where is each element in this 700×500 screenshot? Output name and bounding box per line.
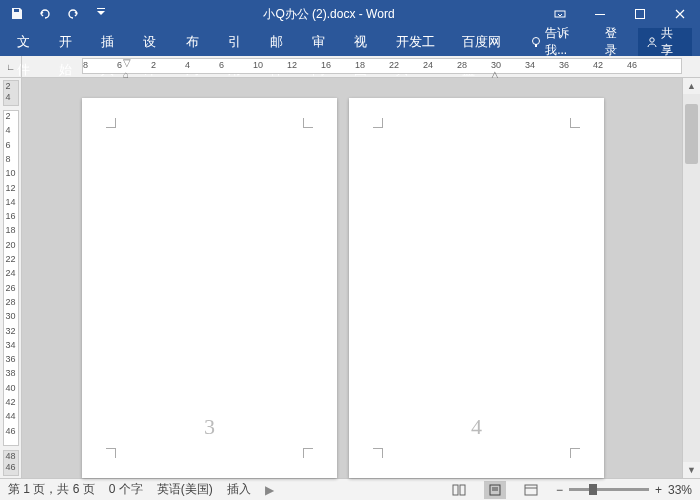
minimize-button[interactable] xyxy=(580,0,620,28)
scroll-thumb[interactable] xyxy=(685,104,698,164)
ribbon-tab-8[interactable]: 视图 xyxy=(345,28,387,56)
document-page[interactable]: 4 xyxy=(349,98,604,478)
zoom-in-button[interactable]: + xyxy=(655,483,662,497)
svg-rect-2 xyxy=(595,14,605,15)
qat-customize-button[interactable] xyxy=(88,2,114,26)
ribbon-tab-6[interactable]: 邮件 xyxy=(261,28,303,56)
close-button[interactable] xyxy=(660,0,700,28)
vruler-tick: 30 xyxy=(6,311,16,321)
hruler-tick: 34 xyxy=(525,60,535,70)
word-count-status[interactable]: 0 个字 xyxy=(109,481,143,498)
hruler-tick: 16 xyxy=(321,60,331,70)
vruler-tick: 32 xyxy=(6,326,16,336)
vruler-tick: 46 xyxy=(6,426,16,436)
tell-me-label: 告诉我... xyxy=(545,25,589,59)
ribbon-tab-5[interactable]: 引用 xyxy=(219,28,261,56)
window-title: 小Q办公 (2).docx - Word xyxy=(118,6,540,23)
vruler-tick: 22 xyxy=(6,254,16,264)
zoom-level[interactable]: 33% xyxy=(668,483,692,497)
share-label: 共享 xyxy=(661,25,684,59)
ribbon-tab-2[interactable]: 插入 xyxy=(92,28,134,56)
vruler-tick: 28 xyxy=(6,297,16,307)
vruler-tick: 48 xyxy=(6,451,16,461)
margin-corner-icon xyxy=(373,118,383,128)
document-canvas[interactable]: 34 xyxy=(22,78,682,478)
quick-access-toolbar xyxy=(0,2,118,26)
maximize-button[interactable] xyxy=(620,0,660,28)
scroll-down-button[interactable]: ▼ xyxy=(683,462,700,478)
hruler-tick: 36 xyxy=(559,60,569,70)
ribbon-tab-10[interactable]: 百度网盘 xyxy=(453,28,519,56)
tell-me-search[interactable]: 告诉我... xyxy=(524,25,595,59)
page-number: 3 xyxy=(82,414,337,440)
ruler-corner[interactable]: ∟ xyxy=(0,56,22,78)
ribbon-tabs: 文件开始插入设计布局引用邮件审阅视图开发工具百度网盘 告诉我... 登录 共享 xyxy=(0,28,700,56)
ribbon-tab-7[interactable]: 审阅 xyxy=(303,28,345,56)
indent-marker-top-icon[interactable]: ▽ xyxy=(123,57,131,68)
vruler-tick: 24 xyxy=(6,268,16,278)
zoom-slider-knob[interactable] xyxy=(589,484,597,495)
svg-rect-8 xyxy=(460,485,465,495)
ribbon-tab-9[interactable]: 开发工具 xyxy=(387,28,453,56)
title-bar: 小Q办公 (2).docx - Word xyxy=(0,0,700,28)
sign-in-button[interactable]: 登录 xyxy=(597,25,636,59)
page-count-status[interactable]: 第 1 页，共 6 页 xyxy=(8,481,95,498)
hruler-tick: 2 xyxy=(151,60,156,70)
svg-rect-3 xyxy=(636,10,645,19)
hruler-tick: 24 xyxy=(423,60,433,70)
vruler-tick: 2 xyxy=(6,111,11,121)
zoom-slider[interactable] xyxy=(569,488,649,491)
vruler-tick: 10 xyxy=(6,168,16,178)
macro-status-icon[interactable]: ▶ xyxy=(265,483,274,497)
document-page[interactable]: 3 xyxy=(82,98,337,478)
vruler-tick: 18 xyxy=(6,225,16,235)
vertical-ruler[interactable]: 2468101214161820222426283032343638404244… xyxy=(3,110,19,446)
share-button[interactable]: 共享 xyxy=(638,28,692,56)
language-status[interactable]: 英语(美国) xyxy=(157,481,213,498)
vertical-scrollbar[interactable]: ▲ ▼ xyxy=(682,78,700,478)
scroll-track[interactable] xyxy=(683,94,700,462)
hruler-tick: 46 xyxy=(627,60,637,70)
vertical-ruler-margin-top[interactable]: 24 xyxy=(3,80,19,106)
margin-corner-icon xyxy=(106,118,116,128)
zoom-controls: − + 33% xyxy=(556,483,692,497)
vruler-tick: 42 xyxy=(6,397,16,407)
horizontal-ruler[interactable]: 86246101216182224283034364246 ▽ ⌂ △ xyxy=(82,58,682,74)
undo-button[interactable] xyxy=(32,2,58,26)
vertical-ruler-margin-bottom[interactable]: 4846 xyxy=(3,450,19,476)
margin-corner-icon xyxy=(570,118,580,128)
share-icon xyxy=(646,36,657,48)
scroll-up-button[interactable]: ▲ xyxy=(683,78,700,94)
svg-point-6 xyxy=(650,38,654,42)
svg-rect-12 xyxy=(525,485,537,495)
vruler-tick: 8 xyxy=(6,154,11,164)
hruler-tick: 28 xyxy=(457,60,467,70)
hruler-tick: 4 xyxy=(185,60,190,70)
save-button[interactable] xyxy=(4,2,30,26)
ribbon-tab-1[interactable]: 开始 xyxy=(50,28,92,56)
hruler-tick: 6 xyxy=(117,60,122,70)
ribbon-tab-0[interactable]: 文件 xyxy=(8,28,50,56)
vruler-tick: 2 xyxy=(6,81,11,91)
hruler-tick: 42 xyxy=(593,60,603,70)
redo-button[interactable] xyxy=(60,2,86,26)
read-mode-button[interactable] xyxy=(448,481,470,499)
print-layout-button[interactable] xyxy=(484,481,506,499)
vruler-tick: 4 xyxy=(6,125,11,135)
hruler-tick: 6 xyxy=(219,60,224,70)
web-layout-button[interactable] xyxy=(520,481,542,499)
insert-mode-status[interactable]: 插入 xyxy=(227,481,251,498)
ribbon-options-button[interactable] xyxy=(540,0,580,28)
ribbon-tab-3[interactable]: 设计 xyxy=(134,28,176,56)
vruler-tick: 44 xyxy=(6,411,16,421)
vruler-tick: 6 xyxy=(6,140,11,150)
zoom-out-button[interactable]: − xyxy=(556,483,563,497)
svg-point-4 xyxy=(532,38,539,45)
vruler-tick: 36 xyxy=(6,354,16,364)
margin-corner-icon xyxy=(373,448,383,458)
hruler-tick: 8 xyxy=(83,60,88,70)
vruler-tick: 16 xyxy=(6,211,16,221)
ribbon-tab-4[interactable]: 布局 xyxy=(177,28,219,56)
vruler-tick: 34 xyxy=(6,340,16,350)
work-area: 24 2468101214161820222426283032343638404… xyxy=(0,78,700,478)
